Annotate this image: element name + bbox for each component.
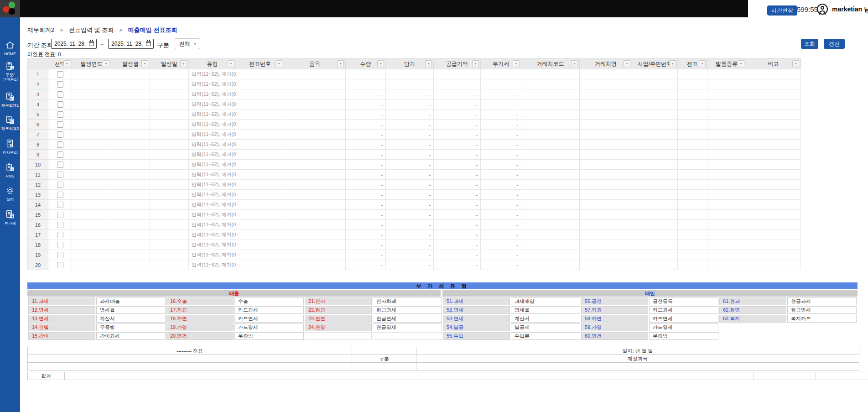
search-button[interactable]: 조회	[801, 39, 818, 49]
sidebar-item-settings[interactable]: 설정	[0, 186, 20, 202]
row-checkbox[interactable]	[57, 141, 63, 148]
vat-row: 14.건별무증빙19.카영카드영세24.현영현금영세54.불공불공제59.카영카…	[28, 323, 857, 331]
amount-cell: -	[434, 170, 481, 180]
empty-cell	[678, 250, 707, 260]
row-checkbox[interactable]	[57, 182, 63, 188]
filter-icon[interactable]: ▼	[103, 60, 109, 67]
filter-icon[interactable]: ▼	[669, 60, 676, 67]
filter-icon[interactable]: ▼	[571, 60, 578, 67]
row-select-cell	[48, 210, 72, 220]
sidebar-item-home[interactable]: HOME	[0, 40, 20, 56]
row-checkbox[interactable]	[57, 232, 63, 238]
empty-cell	[284, 230, 346, 240]
type-cell: 입력(11~62), 제거(0)	[189, 69, 236, 79]
filter-icon[interactable]: ▼	[624, 60, 630, 67]
amount-cell: -	[386, 170, 434, 180]
filter-icon[interactable]: ▼	[228, 60, 234, 67]
filter-icon[interactable]: ▼	[792, 60, 799, 67]
amount-cell: -	[481, 170, 521, 180]
breadcrumb-separator: >	[120, 27, 122, 33]
row-checkbox[interactable]	[57, 222, 63, 228]
row-checkbox[interactable]	[57, 111, 63, 118]
filter-icon[interactable]: ▼	[180, 60, 187, 67]
row-checkbox[interactable]	[57, 121, 63, 128]
extend-session-button[interactable]: 시간연장	[767, 5, 797, 16]
empty-cell	[111, 210, 150, 220]
amount-cell: -	[386, 140, 434, 150]
row-checkbox[interactable]	[57, 262, 63, 268]
journal-cell	[416, 363, 859, 370]
user-avatar-icon[interactable]	[817, 4, 828, 15]
empty-cell	[236, 160, 284, 170]
empty-cell	[236, 170, 284, 180]
row-checkbox[interactable]	[57, 151, 63, 158]
filter-icon[interactable]: ▼	[513, 60, 520, 67]
calendar-icon[interactable]	[89, 41, 94, 46]
filter-icon[interactable]: ▼	[337, 60, 344, 67]
sidebar-item-pms[interactable]: PMS	[0, 162, 20, 178]
sidebar-item-vat[interactable]: 부가세	[0, 209, 20, 225]
sidebar-item-finance2[interactable]: 재무회계2	[0, 115, 20, 131]
table-row: 5입력(11~62), 제거(0)----	[28, 110, 801, 120]
filter-icon[interactable]: ▼	[738, 60, 744, 67]
empty-cell	[632, 99, 678, 110]
app-logo[interactable]	[0, 0, 20, 17]
amount-cell: -	[481, 130, 521, 140]
breadcrumb-item[interactable]: 전표입력 및 조회	[69, 26, 114, 33]
empty-cell	[72, 89, 111, 99]
date-to-input[interactable]: 2025. 11. 28.	[108, 39, 154, 49]
sidebar-item-hr[interactable]: 인사관리	[0, 139, 20, 155]
row-checkbox[interactable]	[57, 81, 63, 88]
vat-name-cell: 복지카드	[787, 315, 857, 323]
empty-cell	[284, 200, 346, 210]
row-checkbox[interactable]	[57, 71, 63, 78]
sidebar-item-orders[interactable]: 주문/고객관리	[0, 61, 20, 82]
clipboard-box-icon	[0, 61, 20, 71]
amount-cell: -	[386, 200, 434, 210]
row-select-cell	[48, 250, 72, 260]
empty-cell	[521, 160, 580, 170]
row-checkbox[interactable]	[57, 131, 63, 138]
vat-name-cell: 카드영세	[649, 323, 718, 331]
filter-icon[interactable]: ▼	[377, 60, 384, 67]
empty-cell	[580, 180, 632, 190]
row-checkbox[interactable]	[57, 101, 63, 108]
row-checkbox[interactable]	[57, 162, 63, 168]
empty-cell	[746, 200, 801, 210]
filter-icon[interactable]: ▼	[63, 60, 70, 67]
row-number-cell: 7	[28, 130, 48, 140]
vat-code-cell: 51.과세	[443, 297, 510, 305]
date-from-input[interactable]: 2025. 11. 28.	[51, 39, 97, 49]
empty-cell	[707, 140, 746, 150]
filter-icon[interactable]: ▼	[141, 60, 148, 67]
vat-code-cell: 23.현면	[305, 315, 372, 323]
row-checkbox[interactable]	[57, 252, 63, 258]
category-select[interactable]: 전체 ▼	[175, 38, 200, 49]
amount-cell: -	[386, 220, 434, 230]
sidebar-item-finance1[interactable]: 재무회계1	[0, 92, 20, 108]
filter-icon[interactable]: ▼	[275, 60, 282, 67]
breadcrumb-item[interactable]: 재무회계2	[27, 26, 54, 33]
calendar-icon[interactable]	[146, 41, 151, 46]
empty-cell	[150, 220, 189, 230]
grid-column-header: 전표▼	[678, 59, 707, 69]
empty-cell	[707, 220, 746, 230]
row-checkbox[interactable]	[57, 212, 63, 218]
empty-cell	[746, 79, 801, 89]
grid-column-label: 단가	[404, 61, 415, 67]
empty-cell	[150, 260, 189, 270]
empty-cell	[150, 140, 189, 150]
row-checkbox[interactable]	[57, 91, 63, 98]
filter-icon[interactable]: ▼	[472, 60, 479, 67]
empty-cell	[746, 140, 801, 150]
row-checkbox[interactable]	[57, 172, 63, 178]
grid-body: 1입력(11~62), 제거(0)----2입력(11~62), 제거(0)--…	[28, 69, 801, 270]
refresh-button[interactable]: 갱신	[824, 39, 845, 49]
filter-icon[interactable]: ▼	[699, 60, 706, 67]
filter-icon[interactable]: ▼	[425, 60, 432, 67]
row-checkbox[interactable]	[57, 192, 63, 198]
grid-column-label: 품목	[309, 61, 320, 67]
row-checkbox[interactable]	[57, 202, 63, 208]
row-checkbox[interactable]	[57, 242, 63, 248]
empty-cell	[111, 110, 150, 120]
